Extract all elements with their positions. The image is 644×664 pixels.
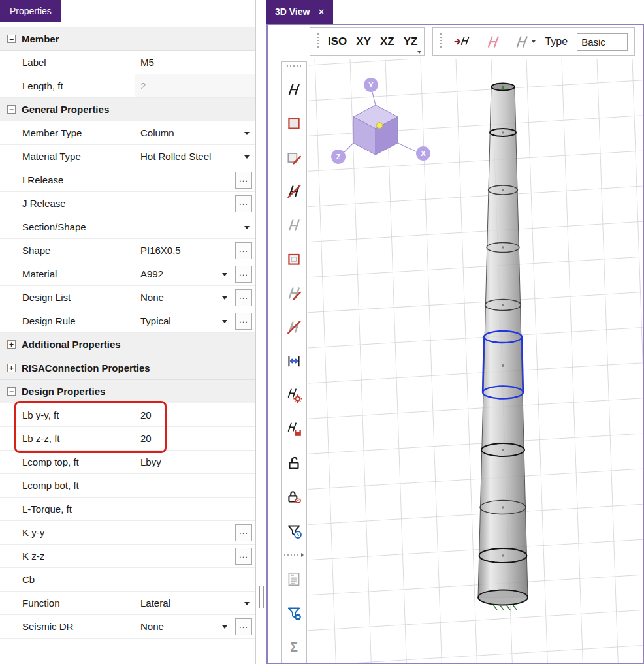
3d-scene[interactable]: Y Z X — [308, 59, 643, 663]
axis-label-x[interactable]: X — [416, 146, 430, 161]
value-text: Lateral — [140, 597, 170, 609]
members-secondary-button[interactable] — [482, 30, 504, 54]
shape-value[interactable]: PI16X0.5 — [135, 239, 233, 262]
splitter-handle-icon[interactable] — [259, 586, 264, 608]
section-risaconnection-properties[interactable]: +RISAConnection Properties — [0, 356, 255, 380]
view-iso-button[interactable]: ISO — [328, 35, 347, 48]
tool-sum-results[interactable]: Σ — [283, 635, 305, 659]
tool-delete-members[interactable] — [283, 315, 305, 339]
lb-yy-value[interactable]: 20 — [135, 403, 255, 426]
tool-edit-members[interactable] — [283, 281, 305, 305]
k-zz-value[interactable] — [135, 545, 233, 567]
dropdown-arrow-icon[interactable] — [222, 273, 227, 276]
ellipsis-button[interactable]: ... — [235, 242, 252, 259]
3d-canvas[interactable]: Y Z X — [308, 59, 643, 663]
lcomp-top-value[interactable]: Lbyy — [135, 451, 255, 473]
tool-clear-filter[interactable] — [283, 601, 305, 625]
ellipsis-button[interactable]: ... — [235, 172, 252, 189]
i-release-value[interactable] — [135, 168, 233, 191]
tool-modify-members[interactable] — [283, 213, 305, 237]
member-type-value[interactable]: Column — [135, 121, 255, 144]
j-release-value[interactable] — [135, 192, 233, 215]
toolbar-overflow-icon[interactable] — [417, 51, 421, 54]
ellipsis-button[interactable]: ... — [235, 548, 252, 565]
k-yy-value[interactable] — [135, 521, 233, 544]
ellipsis-button[interactable]: ... — [235, 313, 252, 330]
label-value[interactable]: M5 — [135, 51, 255, 74]
tool-member-settings[interactable] — [283, 383, 305, 407]
dropdown-arrow-icon[interactable] — [222, 625, 227, 629]
unlock-icon — [285, 454, 302, 471]
tool-report[interactable] — [283, 567, 305, 591]
tool-lock-view[interactable] — [283, 485, 305, 509]
view-xz-button[interactable]: XZ — [380, 35, 394, 48]
close-icon[interactable]: ✕ — [317, 7, 325, 17]
tool-draw-panels[interactable] — [283, 146, 305, 169]
row-length: Length, ft2 — [0, 74, 255, 98]
design-rule-value[interactable]: Typical — [135, 309, 233, 332]
seismic-dr-value[interactable]: None — [135, 615, 233, 638]
toolbar-drag-handle[interactable] — [317, 33, 319, 50]
prop-label: L-Torque, ft — [0, 498, 135, 520]
section-member[interactable]: −Member — [0, 27, 255, 51]
tool-draw-plates[interactable] — [283, 112, 305, 135]
axis-label-z[interactable]: Z — [331, 150, 346, 164]
panel-pen-icon — [285, 149, 302, 166]
tool-unlock[interactable] — [283, 451, 305, 475]
section-shape-value[interactable] — [135, 215, 255, 238]
tool-extend-members[interactable] — [283, 349, 305, 373]
properties-tab-strip: Properties — [0, 0, 255, 22]
tab-3d-view[interactable]: 3D View ✕ — [266, 0, 333, 24]
orientation-cube[interactable]: Y Z X — [331, 78, 430, 164]
prop-label: J Release — [0, 192, 135, 215]
row-label: LabelM5 — [0, 51, 255, 74]
ellipsis-button[interactable]: ... — [235, 266, 252, 283]
dropdown-arrow-icon[interactable] — [244, 226, 250, 229]
member-style-button[interactable] — [513, 30, 536, 54]
tool-filter-time[interactable] — [283, 519, 305, 543]
view-xy-button[interactable]: XY — [356, 35, 371, 48]
dropdown-arrow-icon[interactable] — [244, 602, 250, 605]
ellipsis-button[interactable]: ... — [235, 289, 252, 306]
toolbar-drag-handle[interactable] — [440, 33, 442, 50]
cb-value[interactable] — [135, 568, 255, 591]
collapse-icon[interactable]: − — [7, 387, 16, 396]
function-value[interactable]: Lateral — [135, 592, 255, 614]
ellipsis-button[interactable]: ... — [235, 524, 252, 541]
tool-draw-members[interactable] — [283, 78, 305, 101]
prop-label: Section/Shape — [0, 215, 135, 238]
design-list-value[interactable]: None — [135, 286, 233, 309]
l-torque-value[interactable] — [135, 498, 255, 520]
toolbar-drag-handle[interactable] — [287, 65, 301, 67]
material-value[interactable]: A992 — [135, 262, 233, 285]
type-select[interactable]: Basic — [577, 33, 628, 51]
prop-label: Cb — [0, 568, 135, 591]
material-type-value[interactable]: Hot Rolled Steel — [135, 145, 255, 168]
toolbar-drag-handle[interactable] — [284, 554, 298, 556]
toolbar-expand-icon[interactable] — [301, 553, 304, 557]
expand-icon[interactable]: + — [7, 340, 16, 349]
ellipsis-button[interactable]: ... — [235, 195, 252, 212]
axis-label-y[interactable]: Y — [364, 78, 378, 92]
dropdown-arrow-icon[interactable] — [222, 320, 227, 323]
lb-zz-value[interactable]: 20 — [135, 427, 255, 450]
apply-members-button[interactable] — [451, 30, 473, 54]
section-general-properties[interactable]: −General Properties — [0, 98, 255, 121]
collapse-icon[interactable]: − — [7, 105, 16, 114]
tool-modify-plates[interactable] — [283, 247, 305, 271]
tool-save-member[interactable] — [283, 417, 305, 441]
view-yz-button[interactable]: YZ — [404, 35, 418, 48]
dropdown-arrow-icon[interactable] — [222, 296, 227, 300]
tool-erase-members[interactable] — [283, 180, 305, 203]
collapse-icon[interactable]: − — [7, 35, 16, 43]
ellipsis-button[interactable]: ... — [235, 618, 252, 635]
expand-icon[interactable]: + — [7, 364, 16, 372]
dropdown-arrow-icon[interactable] — [244, 155, 250, 159]
member-column[interactable] — [478, 84, 528, 610]
section-design-properties[interactable]: −Design Properties — [0, 380, 255, 403]
panel-splitter[interactable] — [256, 0, 266, 664]
section-additional-properties[interactable]: +Additional Properties — [0, 333, 255, 356]
lcomp-bot-value[interactable] — [135, 474, 255, 497]
tab-properties[interactable]: Properties — [0, 0, 61, 22]
dropdown-arrow-icon[interactable] — [244, 132, 250, 135]
